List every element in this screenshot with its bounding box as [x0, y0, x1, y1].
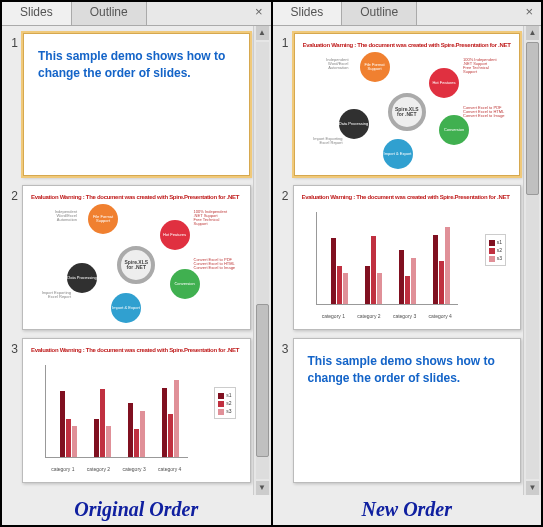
watermark-text: Evaluation Warning : The document was cr…	[302, 194, 513, 200]
slide-number: 3	[6, 338, 22, 356]
scroll-up-icon[interactable]: ▲	[256, 26, 269, 40]
chart-graphic: s1 s2 s3 category 1category 2category 3c…	[35, 361, 238, 474]
thumb-row: 1 This sample demo shows how to change t…	[6, 32, 251, 177]
thumb-row: 3 This sample demo shows how to change t…	[277, 338, 522, 483]
watermark-text: Evaluation Warning : The document was cr…	[303, 42, 512, 48]
tab-outline[interactable]: Outline	[72, 2, 147, 25]
panel-new: Slides Outline × 1 Evaluation Warning : …	[271, 2, 542, 525]
slide-thumb[interactable]: Evaluation Warning : The document was cr…	[293, 185, 522, 330]
thumb-row: 2 Evaluation Warning : The document was …	[6, 185, 251, 330]
diagram-graphic: IndependentWord/ExcelAutomation 100% Ind…	[33, 210, 240, 319]
panel-original: Slides Outline × 1 This sample demo show…	[2, 2, 271, 525]
scrollbar[interactable]: ▲ ▼	[253, 26, 271, 495]
thumbnail-list: 1 Evaluation Warning : The document was …	[273, 26, 542, 525]
slide-number: 3	[277, 338, 293, 356]
diagram-label: IndependentWord/ExcelAutomation	[309, 58, 349, 70]
slide-thumb[interactable]: Evaluation Warning : The document was cr…	[293, 32, 522, 177]
diagram-node: Hot Features	[160, 220, 190, 250]
tabs-bar: Slides Outline ×	[2, 2, 271, 26]
tab-slides[interactable]: Slides	[273, 2, 343, 25]
chart-legend: s1 s2 s3	[214, 387, 235, 419]
slide-text: This sample demo shows how to change the…	[32, 42, 241, 88]
diagram-label: Import ExportingExcel Report	[307, 137, 343, 145]
diagram-label: Convert Excel to PDFConvert Excel to HTM…	[194, 258, 236, 270]
panel-caption: New Order	[273, 498, 542, 521]
diagram-node: Import & Export	[111, 293, 141, 323]
tab-slides[interactable]: Slides	[2, 2, 72, 25]
diagram-node: File Format Support	[88, 204, 118, 234]
diagram-graphic: IndependentWord/ExcelAutomation 100% Ind…	[305, 58, 510, 165]
diagram-node: File Format Support	[360, 52, 390, 82]
thumbnail-list: 1 This sample demo shows how to change t…	[2, 26, 271, 525]
diagram-label: Import ExportingExcel Report	[35, 291, 71, 299]
scroll-thumb[interactable]	[256, 304, 269, 457]
tabs-bar: Slides Outline ×	[273, 2, 542, 26]
close-icon[interactable]: ×	[247, 2, 271, 25]
diagram-node: Conversion	[170, 269, 200, 299]
app-container: Slides Outline × 1 This sample demo show…	[0, 0, 543, 527]
slide-number: 1	[277, 32, 293, 50]
close-icon[interactable]: ×	[517, 2, 541, 25]
slide-thumb[interactable]: This sample demo shows how to change the…	[22, 32, 251, 177]
watermark-text: Evaluation Warning : The document was cr…	[31, 194, 242, 200]
scroll-down-icon[interactable]: ▼	[256, 481, 269, 495]
chart-x-labels: category 1category 2category 3category 4	[316, 313, 459, 319]
thumb-row: 2 Evaluation Warning : The document was …	[277, 185, 522, 330]
watermark-text: Evaluation Warning : The document was cr…	[31, 347, 242, 353]
slide-number: 2	[277, 185, 293, 203]
panel-caption: Original Order	[2, 498, 271, 521]
tab-outline[interactable]: Outline	[342, 2, 417, 25]
scroll-thumb[interactable]	[526, 42, 539, 195]
diagram-center: Spire.XLS for .NET	[117, 246, 155, 284]
diagram-node: Conversion	[439, 115, 469, 145]
scroll-down-icon[interactable]: ▼	[526, 481, 539, 495]
scroll-up-icon[interactable]: ▲	[526, 26, 539, 40]
chart-x-labels: category 1category 2category 3category 4	[45, 466, 188, 472]
diagram-node: Data Processing	[339, 109, 369, 139]
thumb-row: 3 Evaluation Warning : The document was …	[6, 338, 251, 483]
diagram-node: Data Processing	[67, 263, 97, 293]
chart-legend: s1 s2 s3	[485, 234, 506, 266]
slide-thumb[interactable]: Evaluation Warning : The document was cr…	[22, 338, 251, 483]
scrollbar[interactable]: ▲ ▼	[523, 26, 541, 495]
thumb-row: 1 Evaluation Warning : The document was …	[277, 32, 522, 177]
diagram-center: Spire.XLS for .NET	[388, 93, 426, 131]
diagram-label: 100% Independent.NET SupportFree Technic…	[194, 210, 236, 226]
diagram-label: 100% Independent.NET SupportFree Technic…	[463, 58, 505, 74]
slide-thumb[interactable]: This sample demo shows how to change the…	[293, 338, 522, 483]
diagram-node: Hot Features	[429, 68, 459, 98]
diagram-label: Convert Excel to PDFConvert Excel to HTM…	[463, 106, 505, 118]
slide-number: 1	[6, 32, 22, 50]
diagram-node: Import & Export	[383, 139, 413, 169]
chart-graphic: s1 s2 s3 category 1category 2category 3c…	[306, 208, 509, 321]
slide-text: This sample demo shows how to change the…	[302, 347, 513, 393]
slide-thumb[interactable]: Evaluation Warning : The document was cr…	[22, 185, 251, 330]
slide-number: 2	[6, 185, 22, 203]
diagram-label: IndependentWord/ExcelAutomation	[37, 210, 77, 222]
